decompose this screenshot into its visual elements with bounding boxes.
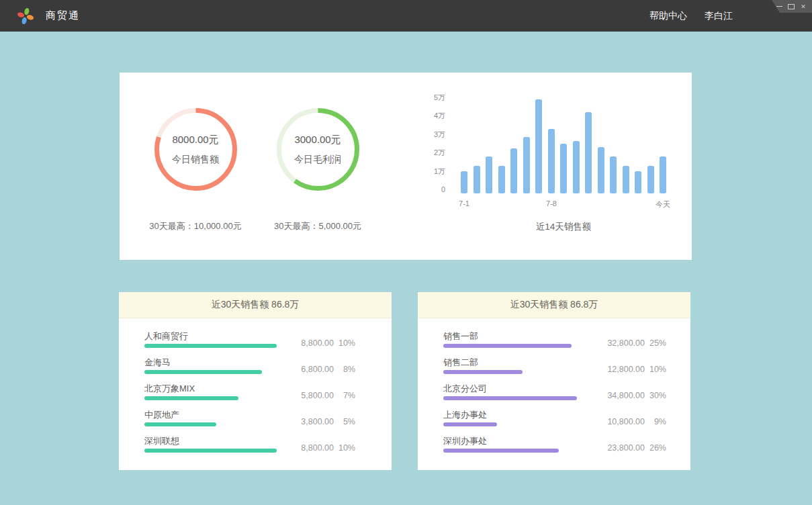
today-profit-label: 今日毛利润	[294, 154, 341, 166]
bar	[647, 166, 654, 193]
close-icon: ✕	[801, 3, 806, 10]
rank-row: 深圳办事处 23,800.00 26%	[418, 434, 690, 461]
rank-row-values: 23,800.00 26%	[607, 443, 666, 453]
bar	[660, 156, 666, 193]
rank-row: 人和商贸行 8,800.00 10%	[119, 330, 392, 356]
bar	[523, 137, 530, 193]
rank-row-values: 3,800.00 5%	[301, 417, 355, 426]
rank-row-pct: 10%	[334, 338, 355, 348]
rank-row-values: 8,800.00 10%	[301, 338, 355, 348]
rank-row-label: 销售二部	[443, 357, 478, 369]
rank-row-values: 12,800.00 10%	[607, 365, 666, 374]
rank-row-label: 中原地产	[144, 409, 179, 421]
rank-row-label: 销售一部	[443, 330, 478, 342]
bar	[585, 112, 592, 193]
today-sales-30d-max: 30天最高：10,000.00元	[132, 220, 259, 232]
rank-row-label: 深圳联想	[144, 435, 179, 447]
y-tick-label: 4万	[425, 111, 445, 120]
rank-row-values: 8,800.00 10%	[301, 443, 355, 453]
rank-row-bar	[144, 422, 216, 426]
rank-row-values: 5,800.00 7%	[301, 391, 355, 400]
bar	[498, 166, 505, 193]
rank-row-label: 深圳办事处	[443, 435, 487, 447]
rank-row: 销售二部 12,800.00 10%	[418, 356, 690, 382]
today-profit-value: 3000.00元	[294, 134, 341, 146]
rank-row-bar	[443, 396, 577, 400]
rank-row: 销售一部 32,800.00 25%	[418, 330, 690, 356]
rank-row-pct: 5%	[334, 417, 355, 426]
rank-row: 金海马 6,800.00 8%	[119, 356, 392, 382]
rank-row-value: 32,800.00	[607, 338, 645, 348]
rank-row-value: 3,800.00	[301, 417, 334, 426]
rank-row-bar	[443, 344, 572, 348]
rank-row-label: 北京分公司	[443, 383, 487, 395]
rank-row-values: 6,800.00 8%	[301, 365, 355, 374]
rank-row-pct: 9%	[645, 417, 666, 426]
departments-rank-list: 销售一部 32,800.00 25% 销售二部 12,800.00 10% 北京…	[418, 318, 690, 461]
rank-row-pct: 7%	[334, 391, 355, 400]
rank-row: 中原地产 3,800.00 5%	[119, 408, 392, 434]
bar	[635, 171, 641, 193]
bar	[473, 166, 480, 193]
rank-row-pct: 10%	[645, 365, 666, 374]
rank-row-pct: 8%	[334, 365, 355, 374]
rank-row-value: 10,800.00	[607, 417, 645, 426]
user-name-link[interactable]: 李白江	[705, 10, 733, 22]
rank-row-pct: 30%	[645, 391, 666, 400]
rank-row-bar	[144, 370, 262, 374]
rank-row-label: 人和商贸行	[144, 330, 188, 342]
sales-14d-bar-chart: 01万2万3万4万5万 7-1 7-8 今天 近14天销售额	[425, 73, 687, 260]
bar	[560, 144, 567, 193]
y-tick-label: 1万	[425, 167, 445, 176]
rank-row-bar	[144, 344, 277, 348]
rank-row-pct: 25%	[645, 338, 666, 348]
bar	[598, 147, 604, 193]
today-sales-value: 8000.00元	[172, 134, 218, 146]
today-overview-card: 8000.00元 今日销售额 30天最高：10,000.00元 3000.00元…	[120, 73, 692, 260]
rank-row-values: 34,800.00 30%	[607, 391, 666, 400]
rank-row-bar	[443, 422, 497, 426]
bar	[461, 171, 467, 193]
departments-rank-title: 近30天销售额 86.8万	[418, 292, 690, 318]
rank-row-bar	[144, 449, 277, 453]
app-logo-pinwheel-icon	[16, 7, 35, 26]
rank-row-value: 6,800.00	[301, 365, 334, 374]
bar	[610, 156, 617, 193]
rank-row: 北京分公司 34,800.00 30%	[418, 382, 690, 408]
rank-row-pct: 26%	[645, 443, 666, 453]
minimize-icon	[776, 6, 782, 7]
rank-row: 上海办事处 10,800.00 9%	[418, 408, 690, 434]
bar	[623, 166, 629, 193]
bar	[535, 99, 542, 193]
x-tick-last: 今天	[656, 199, 670, 210]
today-sales-label: 今日销售额	[172, 154, 219, 166]
rank-row-bar	[443, 370, 523, 374]
x-tick-middle: 7-8	[546, 199, 557, 208]
rank-row-value: 12,800.00	[607, 365, 645, 374]
y-tick-label: 0	[425, 185, 445, 194]
y-tick-label: 5万	[425, 93, 445, 102]
bar	[548, 129, 555, 193]
bar	[573, 141, 580, 193]
bar	[510, 148, 517, 193]
rank-row-value: 5,800.00	[301, 391, 334, 400]
y-axis: 01万2万3万4万5万	[425, 73, 445, 207]
rank-row-value: 34,800.00	[607, 391, 645, 400]
app-title: 商贸通	[46, 9, 80, 22]
maximize-button[interactable]	[788, 3, 795, 10]
departments-rank-card: 近30天销售额 86.8万 销售一部 32,800.00 25% 销售二部 12…	[418, 292, 690, 470]
help-center-link[interactable]: 帮助中心	[649, 10, 687, 22]
rank-row-pct: 10%	[334, 443, 355, 453]
close-button[interactable]: ✕	[800, 3, 807, 10]
customers-rank-title: 近30天销售额 86.8万	[119, 292, 392, 318]
rank-row-label: 上海办事处	[443, 409, 487, 421]
today-sales-gauge: 8000.00元 今日销售额 30天最高：10,000.00元	[132, 73, 259, 191]
rank-row-bar	[144, 396, 238, 400]
titlebar: 商贸通 帮助中心 李白江	[0, 0, 812, 32]
rank-row-values: 10,800.00 9%	[607, 417, 666, 426]
rank-row-value: 8,800.00	[301, 338, 334, 348]
y-tick-label: 3万	[425, 130, 445, 139]
today-profit-gauge: 3000.00元 今日毛利润 30天最高：5,000.00元	[254, 73, 381, 191]
today-profit-30d-max: 30天最高：5,000.00元	[254, 220, 381, 232]
bar-chart-title: 近14天销售额	[461, 221, 666, 233]
